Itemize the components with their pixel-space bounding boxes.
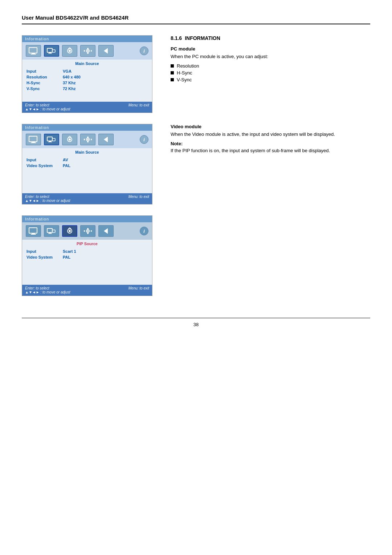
svg-rect-6 — [48, 53, 52, 54]
svg-rect-35 — [32, 233, 35, 234]
osd-icon-camera — [62, 45, 77, 57]
osd-video-data: Input AV Video System PAL — [22, 155, 152, 193]
page-header: User Manual BDS4622V/R and BDS4624R — [22, 15, 370, 24]
osd-pc-val-2: 640 x 480 — [63, 75, 81, 79]
content-area: Information — [22, 35, 370, 307]
osd-video-box: Information — [22, 124, 152, 204]
pc-module-bullets: Resolution H-Sync V-Sync — [171, 62, 370, 83]
pc-module-description: 8.1.6 INFORMATION PC module When the PC … — [171, 35, 370, 113]
svg-marker-32 — [104, 137, 107, 142]
osd-pip-key-2: Video System — [26, 255, 63, 259]
bullet-hsync-text: H-Sync — [177, 70, 192, 76]
pc-module-heading: PC module — [171, 46, 370, 52]
bullet-vsync: V-Sync — [171, 76, 370, 83]
osd-pc-icons: i — [22, 42, 152, 60]
svg-rect-36 — [31, 234, 36, 235]
svg-rect-23 — [48, 142, 52, 142]
note-label: Note: — [171, 141, 370, 146]
osd-pip-footer-left: Enter: to select ▲▼◄► : to move or adjus… — [25, 286, 70, 294]
bullet-square-1 — [171, 64, 174, 68]
svg-rect-34 — [29, 228, 37, 233]
osd-icon-arrow — [98, 45, 114, 57]
osd-video-icons: i — [22, 131, 152, 148]
svg-rect-4 — [52, 50, 55, 52]
bullet-square-2 — [171, 71, 174, 74]
bullet-vsync-text: V-Sync — [177, 77, 192, 82]
osd-pip-val-2: PAL — [63, 255, 70, 259]
note-text: If the PIP function is on, the input and… — [171, 147, 370, 154]
svg-point-44 — [87, 230, 89, 232]
osd-pc-footer-left: Enter: to select ▲▼◄► : to move or adjus… — [25, 103, 70, 111]
osd-pip-panel: Information — [22, 215, 156, 296]
osd-pip-data: Input Scart 1 Video System PAL — [22, 247, 152, 285]
osd-pip-footer-right: Menu: to exit — [128, 286, 149, 294]
svg-rect-28 — [87, 137, 89, 138]
svg-rect-5 — [49, 52, 51, 53]
video-module-description-text: When the Video module is active, the inp… — [171, 131, 370, 138]
osd-pc-nav-text: ▲▼◄► : to move or adjust — [25, 107, 70, 111]
svg-rect-38 — [52, 230, 55, 232]
svg-point-10 — [87, 50, 89, 52]
osd-pc-footer: Enter: to select ▲▼◄► : to move or adjus… — [22, 102, 152, 113]
osd-pc-key-3: H-Sync — [26, 81, 63, 85]
osd-pc-val-3: 37 Khz — [63, 81, 75, 85]
svg-rect-18 — [32, 142, 35, 142]
section-title: INFORMATION — [185, 35, 220, 41]
osd-vid-icon-camera — [62, 134, 77, 145]
page-title: User Manual BDS4622V/R and BDS4624R — [22, 15, 128, 21]
osd-pc-row-1: Input VGA — [26, 68, 148, 74]
osd-pip-key-1: Input — [26, 249, 63, 254]
video-module-description: Video module When the Video module is ac… — [171, 124, 370, 204]
osd-pip-row-1: Input Scart 1 — [26, 248, 148, 254]
svg-rect-0 — [29, 48, 37, 53]
osd-pc-box: Information — [22, 35, 152, 113]
osd-pc-key-2: Resolution — [26, 75, 63, 79]
svg-marker-15 — [104, 48, 107, 53]
svg-rect-2 — [31, 54, 36, 54]
bullet-square-3 — [171, 78, 174, 81]
osd-pc-row-2: Resolution 640 x 480 — [26, 74, 148, 80]
svg-rect-12 — [87, 53, 89, 54]
page-number: 38 — [193, 322, 199, 327]
osd-vid-icon-monitor1 — [26, 134, 41, 145]
osd-pip-box: Information — [22, 215, 152, 296]
osd-video-val-1: AV — [63, 158, 68, 162]
svg-point-27 — [87, 139, 89, 140]
osd-pc-footer-right: Menu: to exit — [128, 103, 149, 111]
osd-pip-icon-settings — [80, 225, 95, 237]
osd-video-key-1: Input — [26, 158, 63, 162]
page-footer: 38 — [22, 318, 370, 327]
osd-icon-info: i — [140, 46, 148, 55]
osd-video-footer: Enter: to select ▲▼◄► : to move or adjus… — [22, 193, 152, 204]
osd-video-val-2: PAL — [63, 163, 70, 168]
svg-rect-40 — [48, 233, 52, 234]
osd-vid-icon-monitor2 — [44, 134, 59, 145]
osd-pip-nav-text: ▲▼◄► : to move or adjust — [25, 290, 70, 294]
osd-icon-monitor1 — [26, 45, 41, 57]
svg-point-8 — [69, 50, 71, 52]
svg-rect-37 — [47, 228, 52, 232]
osd-pip-row-2: Video System PAL — [26, 254, 148, 260]
osd-video-footer-left: Enter: to select ▲▼◄► : to move or adjus… — [25, 195, 70, 203]
svg-rect-29 — [87, 141, 89, 142]
osd-pc-row-3: H-Sync 37 Khz — [26, 80, 148, 86]
osd-pip-title: Information — [22, 216, 152, 222]
svg-rect-21 — [52, 138, 55, 141]
osd-pc-key-4: V-Sync — [26, 86, 63, 91]
osd-icon-settings — [80, 45, 95, 57]
section-row-pc: Information — [22, 35, 370, 113]
osd-vid-icon-arrow — [98, 134, 114, 145]
svg-rect-46 — [87, 233, 89, 234]
osd-video-footer-right: Menu: to exit — [128, 195, 149, 203]
osd-vid-icon-settings — [80, 134, 95, 145]
svg-rect-11 — [87, 48, 89, 49]
osd-pip-icon-arrow — [98, 225, 114, 237]
svg-point-25 — [69, 138, 71, 141]
svg-rect-45 — [87, 228, 89, 229]
osd-pc-val-4: 72 Khz — [63, 86, 75, 91]
osd-pc-panel: Information — [22, 35, 156, 113]
svg-rect-47 — [84, 230, 85, 232]
svg-rect-3 — [47, 48, 52, 52]
osd-pip-footer: Enter: to select ▲▼◄► : to move or adjus… — [22, 285, 152, 296]
osd-video-source-label: Main Source — [22, 148, 152, 155]
